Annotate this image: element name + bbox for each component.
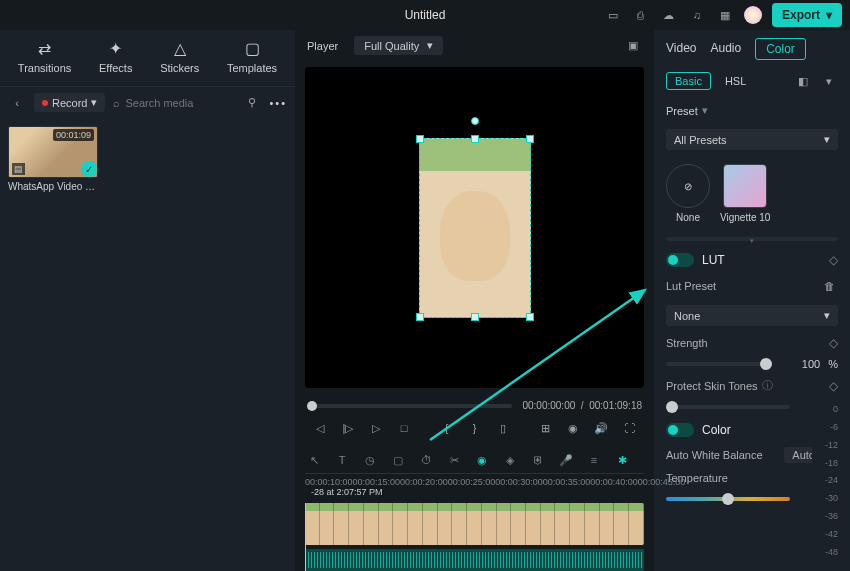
tool-split[interactable]: ✂	[445, 451, 463, 469]
transitions-icon: ⇄	[35, 38, 55, 58]
resize-handle[interactable]	[471, 313, 479, 321]
chevron-down-icon[interactable]: ▾	[702, 104, 708, 117]
tab-stickers[interactable]: △Stickers	[160, 38, 199, 74]
none-icon: ⊘	[666, 164, 710, 208]
trash-icon[interactable]: 🗑	[820, 277, 838, 295]
lut-header: LUT	[702, 253, 725, 267]
quality-select[interactable]: Full Quality▾	[354, 36, 443, 55]
compare-icon[interactable]: ◧	[794, 72, 812, 90]
resize-handle[interactable]	[416, 313, 424, 321]
mark-in-button[interactable]: {	[438, 419, 456, 437]
device-icon[interactable]: ▭	[604, 6, 622, 24]
lut-preset-select[interactable]: None▾	[666, 305, 838, 326]
tool-marker[interactable]: ▭	[641, 451, 644, 469]
filter-icon[interactable]: ⚲	[243, 94, 261, 112]
headphones-icon[interactable]: ♫	[688, 6, 706, 24]
rotate-handle[interactable]	[471, 117, 479, 125]
more-options-button[interactable]: •••	[269, 97, 287, 109]
chevron-down-icon: ▾	[824, 309, 830, 322]
fullscreen-button[interactable]: ⛶	[620, 419, 638, 437]
export-button[interactable]: Export▾	[772, 3, 842, 27]
stickers-icon: △	[170, 38, 190, 58]
video-track[interactable]	[305, 503, 644, 545]
tab-effects[interactable]: ✦Effects	[99, 38, 132, 74]
play-button[interactable]: ▷	[367, 419, 385, 437]
templates-icon: ▢	[242, 38, 262, 58]
prev-frame-button[interactable]: ◁	[311, 419, 329, 437]
keyframe-icon[interactable]: ◇	[829, 336, 838, 350]
search-input[interactable]	[125, 97, 235, 109]
snapshot-icon[interactable]: ▣	[624, 37, 642, 55]
tab-video[interactable]: Video	[666, 38, 696, 60]
tool-snap[interactable]: ✱	[613, 451, 631, 469]
volume-button[interactable]: 🔊	[592, 419, 610, 437]
cloud-icon[interactable]: ☁	[660, 6, 678, 24]
tool-shield[interactable]: ⛨	[529, 451, 547, 469]
audio-track[interactable]	[305, 549, 644, 571]
tool-color[interactable]: ◉	[473, 451, 491, 469]
tool-keyframe[interactable]: ◈	[501, 451, 519, 469]
time-current: 00:00:00:00	[522, 400, 575, 411]
chevron-down-icon: ▾	[824, 133, 830, 146]
resize-handle[interactable]	[471, 135, 479, 143]
tab-transitions[interactable]: ⇄Transitions	[18, 38, 71, 74]
snapshot-button[interactable]: ◉	[564, 419, 582, 437]
audio-meter-scale: 0-6-12-18-24-30-36-42-48	[812, 400, 840, 561]
tool-adjust[interactable]: ≡	[585, 451, 603, 469]
record-dot-icon	[42, 100, 48, 106]
strength-value[interactable]: 100	[780, 358, 820, 370]
app-grid-icon[interactable]: ▦	[716, 6, 734, 24]
stop-button[interactable]: □	[395, 419, 413, 437]
tool-mic[interactable]: 🎤	[557, 451, 575, 469]
preset-vignette10[interactable]: Vignette 10	[720, 164, 770, 223]
search-icon: ⌕	[113, 97, 120, 109]
color-toggle[interactable]	[666, 423, 694, 437]
tool-speed[interactable]: ⏱	[417, 451, 435, 469]
playhead[interactable]	[305, 503, 306, 571]
all-presets-select[interactable]: All Presets▾	[666, 129, 838, 150]
save-icon[interactable]: ⎙	[632, 6, 650, 24]
preset-scrollbar[interactable]: ▾	[666, 237, 838, 241]
tool-crop[interactable]: ▢	[389, 451, 407, 469]
record-button[interactable]: Record▾	[34, 93, 105, 112]
scrub-bar[interactable]	[307, 404, 512, 408]
selected-clip[interactable]	[419, 138, 531, 318]
resize-handle[interactable]	[526, 313, 534, 321]
player-viewport[interactable]	[305, 67, 644, 388]
help-icon[interactable]: ⓘ	[762, 378, 773, 393]
clip-added-icon: ✓	[81, 161, 97, 177]
prev-page-icon[interactable]: ‹	[8, 94, 26, 112]
tool-cursor[interactable]: ↖	[305, 451, 323, 469]
media-clip[interactable]: 00:01:09 ▤ ✓ WhatsApp Video 202…	[8, 126, 98, 192]
display-settings-button[interactable]: ⊞	[536, 419, 554, 437]
preset-label: Preset	[666, 105, 698, 117]
chevron-down-icon[interactable]: ▾	[820, 72, 838, 90]
mark-out-button[interactable]: }	[466, 419, 484, 437]
tool-timer[interactable]: ◷	[361, 451, 379, 469]
subtab-basic[interactable]: Basic	[666, 72, 711, 90]
clip-duration: 00:01:09	[53, 129, 94, 141]
keyframe-icon[interactable]: ◇	[829, 253, 838, 267]
clip-filename: WhatsApp Video 202…	[8, 181, 98, 192]
awb-label: Auto White Balance	[666, 449, 763, 461]
protect-skin-slider[interactable]	[666, 405, 790, 409]
tool-text[interactable]: T	[333, 451, 351, 469]
lut-toggle[interactable]	[666, 253, 694, 267]
tab-color[interactable]: Color	[755, 38, 806, 60]
resize-handle[interactable]	[526, 135, 534, 143]
player-label: Player	[307, 40, 338, 52]
keyframe-icon[interactable]: ◇	[829, 379, 838, 393]
crop-button[interactable]: ▯	[494, 419, 512, 437]
strength-slider[interactable]	[666, 362, 772, 366]
tab-templates[interactable]: ▢Templates	[227, 38, 277, 74]
user-avatar[interactable]	[744, 6, 762, 24]
temperature-slider[interactable]	[666, 497, 790, 501]
step-back-button[interactable]: |▷	[339, 419, 357, 437]
chevron-down-icon: ▾	[91, 96, 97, 109]
preset-none[interactable]: ⊘None	[666, 164, 710, 223]
color-header: Color	[702, 423, 731, 437]
tab-audio[interactable]: Audio	[710, 38, 741, 60]
subtab-hsl[interactable]: HSL	[725, 73, 746, 89]
resize-handle[interactable]	[416, 135, 424, 143]
strength-label: Strength	[666, 337, 708, 349]
